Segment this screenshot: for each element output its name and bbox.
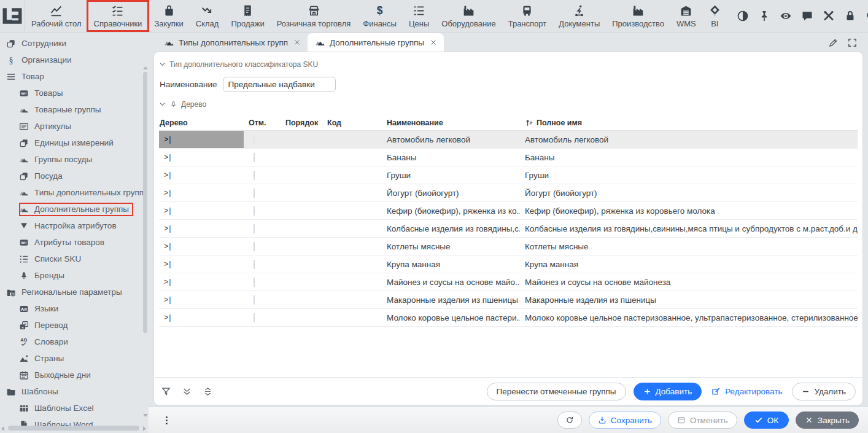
toolbar-item-bi[interactable]: BI [702, 0, 727, 32]
table-row[interactable]: >|Автомобиль легковойАвтомобиль легковой [159, 131, 858, 149]
tree-expand-cell[interactable]: >| [159, 202, 244, 219]
toolbar-item-documents[interactable]: Документы [552, 0, 606, 32]
app-logo[interactable] [0, 0, 25, 32]
sidebar-item-dish-groups[interactable]: Группы посуды [0, 151, 149, 168]
tree-expand-cell[interactable]: >| [159, 131, 244, 148]
toolbar-item-purchases[interactable]: Закупки [148, 0, 189, 32]
toolbar-item-directories[interactable]: Справочники [88, 0, 149, 32]
tree-expand-cell[interactable]: >| [159, 166, 244, 184]
collapse-all-icon[interactable] [182, 386, 192, 397]
sidebar-item-excel-templates[interactable]: Шаблоны Excel [0, 400, 149, 416]
sidebar-item-products[interactable]: Товары [0, 85, 149, 101]
row-checkbox[interactable] [254, 278, 255, 287]
section-sku-classifier-type[interactable]: Тип дополнительного классификатора SKU [159, 60, 318, 69]
sidebar-item-additional-groups[interactable]: Дополнительные группы [0, 201, 149, 217]
expand-collapse-icon[interactable] [203, 386, 213, 397]
row-checkbox[interactable] [254, 242, 255, 251]
sidebar-item-languages[interactable]: AяЯзыки [0, 300, 149, 317]
sidebar-scroll-left-arrow[interactable] [1, 426, 4, 431]
lock-icon[interactable] [844, 10, 856, 22]
row-checkbox[interactable] [254, 135, 255, 144]
sidebar-item-product-attributes[interactable]: Атрибуты товаров [0, 234, 149, 251]
tab-close-icon[interactable] [292, 37, 302, 47]
edit-button[interactable]: Редактировать [709, 383, 785, 400]
tree-expand-cell[interactable]: >| [159, 149, 244, 166]
toolbar-item-sales[interactable]: Продажи [225, 0, 270, 32]
row-checkbox[interactable] [254, 224, 255, 233]
table-row[interactable]: >|Макаронные изделия из пшеницыМакаронны… [159, 291, 858, 309]
row-checkbox[interactable] [254, 206, 255, 216]
toolbar-item-desktop[interactable]: Рабочий стол [25, 0, 88, 32]
tab-additional-group-types[interactable]: Типы дополнительных групп [157, 33, 308, 52]
contrast-icon[interactable] [737, 10, 749, 22]
table-row[interactable]: >|Кефир (биокефир), ряженка из ко...Кефи… [159, 202, 858, 220]
ok-button[interactable]: ОК [744, 412, 789, 429]
sidebar-item-countries[interactable]: Страны [0, 350, 149, 367]
sidebar-item-product-groups[interactable]: Товарные группы [0, 101, 149, 118]
tree-expand-cell[interactable]: >| [159, 309, 244, 326]
sidebar-horizontal-scrollbar[interactable] [1, 426, 146, 431]
toolbar-item-equipment[interactable]: Оборудование [435, 0, 502, 32]
table-row[interactable]: >|Колбасные изделия из говядины,с...Колб… [159, 220, 858, 238]
column-header-checked[interactable]: Отм. [244, 119, 281, 127]
toolbar-item-production[interactable]: Производство [606, 0, 670, 32]
table-row[interactable]: >|Йогурт (биойогурт)Йогурт (биойогурт) [159, 184, 858, 202]
sidebar-vscroll-thumb[interactable] [143, 72, 147, 333]
tools-icon[interactable] [823, 10, 835, 22]
toolbar-item-retail[interactable]: Розничная торговля [271, 0, 357, 32]
table-row[interactable]: >|Крупа маннаяКрупа манная [159, 256, 858, 273]
toolbar-item-transport[interactable]: Транспорт [502, 0, 553, 32]
add-button[interactable]: Добавить [634, 383, 702, 400]
sidebar-item-regional-params[interactable]: Региональные параметры [0, 284, 149, 300]
fullscreen-icon[interactable] [847, 37, 858, 48]
sidebar-scroll-down-arrow[interactable] [143, 414, 148, 417]
table-row[interactable]: >|Майонез и соусы на основе майо...Майон… [159, 273, 858, 291]
sidebar-item-translation[interactable]: AяПеревод [0, 317, 149, 334]
column-header-order[interactable]: Порядок [281, 119, 322, 127]
column-header-name[interactable]: Наименование [382, 119, 520, 127]
edit-pencil-icon[interactable] [828, 37, 839, 48]
sidebar-item-units[interactable]: Единицы измерений [0, 135, 149, 151]
sidebar-item-templates[interactable]: Шаблоны [0, 383, 149, 400]
sidebar-hscroll-thumb[interactable] [8, 426, 139, 431]
sidebar-item-brands[interactable]: Бренды [0, 267, 149, 284]
toolbar-item-finance[interactable]: $Финансы [357, 0, 403, 32]
delete-button[interactable]: Удалить [792, 383, 856, 400]
sidebar-item-additional-group-types[interactable]: Типы дополнительных групп [0, 184, 149, 201]
table-row[interactable]: >|БананыБананы [159, 149, 858, 166]
tree-expand-cell[interactable]: >| [159, 220, 244, 237]
sidebar-item-attribute-setup[interactable]: Настройка атрибутов [0, 217, 149, 234]
sidebar-item-dictionaries[interactable]: ABСловари [0, 334, 149, 350]
sidebar-item-holidays[interactable]: Выходные дни [0, 367, 149, 383]
toolbar-item-warehouse[interactable]: Склад [190, 0, 225, 32]
filter-icon[interactable] [161, 386, 171, 397]
row-checkbox[interactable] [254, 295, 255, 305]
transfer-marked-groups-button[interactable]: Перенести отмеченные группы [487, 383, 626, 400]
tree-expand-cell[interactable]: >| [159, 256, 244, 273]
sidebar-scroll-right-arrow[interactable] [143, 426, 146, 431]
row-checkbox[interactable] [254, 260, 255, 269]
row-checkbox[interactable] [254, 171, 255, 180]
close-button[interactable]: Закрыть [796, 412, 859, 429]
tree-expand-cell[interactable]: >| [159, 291, 244, 308]
column-header-tree[interactable]: Дерево [159, 119, 244, 127]
tree-expand-cell[interactable]: >| [159, 238, 244, 255]
eye-icon[interactable] [780, 10, 792, 22]
toolbar-item-prices[interactable]: Цены [403, 0, 435, 32]
table-row[interactable]: >|ГрушиГруши [159, 166, 858, 184]
toolbar-item-wms[interactable]: WMS [670, 0, 702, 32]
chat-icon[interactable] [801, 10, 813, 22]
sidebar-item-dishes[interactable]: Посуда [0, 168, 149, 184]
row-checkbox[interactable] [254, 189, 255, 198]
search-icon[interactable] [866, 10, 868, 22]
save-button[interactable]: Сохранить [589, 412, 661, 429]
table-row[interactable]: >|Котлеты мясныеКотлеты мясные [159, 238, 858, 256]
row-checkbox[interactable] [254, 153, 255, 162]
more-options-icon[interactable] [161, 415, 172, 426]
pin-icon[interactable] [758, 10, 770, 22]
tree-expand-cell[interactable]: >| [159, 184, 244, 201]
table-row[interactable]: >|Молоко коровье цельное пастери...Молок… [159, 309, 858, 327]
section-tree[interactable]: Дерево [159, 100, 206, 109]
name-input[interactable] [223, 77, 336, 92]
tab-additional-groups[interactable]: Дополнительные группы [308, 33, 444, 52]
